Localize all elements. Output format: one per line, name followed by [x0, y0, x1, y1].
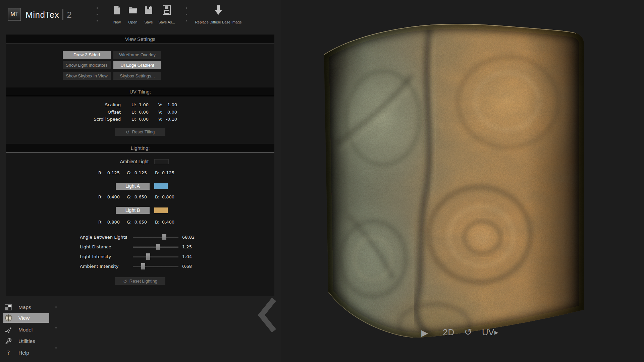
r-label: R:	[98, 220, 103, 225]
draw-2-sided-button[interactable]: Draw 2-Sided	[63, 51, 111, 59]
toolbar-separator-dot	[97, 14, 98, 15]
sidebar-item-utilities[interactable]: Utilities	[3, 336, 49, 346]
light-b-button[interactable]: Light B	[116, 207, 150, 214]
g-value[interactable]: 0.650	[133, 194, 147, 199]
uv-row-label: Offset	[46, 110, 121, 115]
show-light-indicators-button[interactable]: Show Light Indicators	[63, 61, 111, 69]
reset-tiling-button[interactable]: ↺ Reset Tiling	[115, 128, 165, 136]
save-icon	[145, 5, 153, 15]
view-settings-panel: View Settings Draw 2-Sided Wireframe Ove…	[6, 35, 274, 296]
utilities-icon	[5, 338, 12, 345]
maps-icon	[5, 304, 12, 310]
u-value[interactable]: 0.00	[134, 117, 149, 122]
r-value[interactable]: 0.800	[105, 220, 120, 225]
reset-rotation-button[interactable]: ↺	[464, 326, 472, 338]
model-icon	[5, 327, 12, 333]
g-value[interactable]: 0.650	[133, 220, 147, 225]
b-label: B:	[155, 194, 159, 199]
b-value[interactable]: 0.400	[161, 220, 174, 225]
light-intensity-slider[interactable]	[133, 256, 178, 257]
u-value[interactable]: 0.00	[134, 110, 149, 115]
wireframe-overlay-button[interactable]: Wireframe Overlay	[113, 51, 161, 59]
play-button[interactable]: ▶	[421, 328, 428, 338]
sidebar-item-maps[interactable]: Maps	[3, 302, 49, 312]
uv-scroll-speed-row: Scroll Speed U: 0.00 V: -0.10	[6, 117, 274, 122]
toolbar-separator-dot	[186, 14, 187, 15]
b-label: B:	[155, 220, 159, 225]
save-as-icon	[163, 5, 171, 15]
sidebar-item-model[interactable]: Model	[3, 325, 49, 335]
reset-lighting-label: Reset Lighting	[129, 279, 157, 284]
light-distance-slider[interactable]	[133, 246, 178, 248]
sidebar-item-help[interactable]: ? Help	[3, 348, 49, 358]
app-version: 2	[67, 10, 71, 20]
v-value[interactable]: -0.10	[160, 117, 177, 122]
g-label: G:	[127, 220, 131, 225]
sidebar-item-label: Maps	[18, 304, 31, 310]
sidebar-item-label: Utilities	[18, 338, 35, 344]
slider-label: Ambient Intensity	[80, 264, 118, 269]
sidebar-item-view[interactable]: View	[3, 313, 49, 323]
reset-icon: ↺	[126, 129, 130, 135]
b-label: B:	[155, 170, 159, 175]
g-value[interactable]: 0.125	[133, 170, 147, 175]
preview-3d-object[interactable]	[312, 13, 590, 349]
sidebar-item-label: Help	[18, 350, 29, 356]
b-value[interactable]: 0.125	[161, 170, 174, 175]
v-value[interactable]: 1.00	[160, 102, 177, 107]
slider-value: 1.04	[182, 254, 192, 259]
slider-value: 68.82	[182, 235, 195, 240]
reset-lighting-button[interactable]: ↺ Reset Lighting	[115, 277, 165, 285]
uv-offset-row: Offset U: 0.00 V: 0.00	[6, 110, 274, 115]
b-value[interactable]: 0.800	[161, 194, 174, 199]
light-a-rgb-row: R: 0.400 G: 0.650 B: 0.800	[6, 194, 274, 200]
show-skybox-button[interactable]: Show Skybox in View	[63, 72, 111, 80]
uv-mode-button[interactable]: UV	[482, 327, 494, 338]
save-as-button[interactable]: Save As...	[155, 5, 178, 24]
app-title: MindTex 2	[25, 8, 72, 21]
slider-label: Light Intensity	[80, 254, 111, 259]
app-window: MT MindTex 2 New Open Save Save As...	[0, 0, 644, 362]
ambient-light-label: Ambient Light	[73, 159, 149, 164]
r-value[interactable]: 0.125	[105, 170, 120, 175]
section-header-view-settings: View Settings	[6, 35, 274, 44]
ambient-light-swatch[interactable]	[154, 159, 169, 164]
replace-diffuse-button[interactable]: Replace Diffuse Base Image	[190, 5, 247, 24]
ambient-intensity-slider[interactable]	[133, 266, 178, 267]
collapse-panel-chevron-icon[interactable]	[257, 297, 280, 334]
uv-arrow-icon[interactable]: ▶	[494, 329, 498, 336]
toolbar-label: Save As...	[158, 20, 175, 24]
slider-handle[interactable]	[156, 244, 160, 250]
toolbar-label: New	[113, 20, 121, 24]
r-value[interactable]: 0.400	[105, 194, 120, 199]
replace-diffuse-icon	[214, 5, 223, 15]
slider-handle[interactable]	[146, 253, 150, 260]
slider-label: Light Distance	[80, 244, 111, 249]
globe-icon	[5, 314, 12, 321]
toolbar-separator-dot	[186, 7, 187, 9]
light-a-button[interactable]: Light A	[116, 183, 150, 190]
angle-between-lights-row: Angle Between Lights 68.82	[6, 235, 274, 240]
ui-edge-gradient-button[interactable]: UI Edge Gradient	[113, 61, 161, 69]
v-value[interactable]: 0.00	[160, 110, 177, 115]
toolbar-separator-dot	[97, 20, 98, 21]
skybox-settings-button[interactable]: Skybox Settings...	[113, 72, 161, 80]
light-b-rgb-row: R: 0.800 G: 0.650 B: 0.400	[6, 220, 274, 225]
slider-value: 0.68	[182, 264, 192, 269]
toolbar-separator-dot	[97, 7, 98, 9]
nav-separator-dot	[55, 327, 57, 328]
slider-label: Angle Between Lights	[80, 235, 127, 240]
slider-handle[interactable]	[141, 263, 145, 269]
u-value[interactable]: 1.00	[134, 102, 149, 107]
light-b-color-swatch[interactable]	[154, 207, 168, 213]
reset-tiling-label: Reset Tiling	[132, 129, 155, 134]
light-a-color-swatch[interactable]	[154, 183, 168, 189]
angle-between-lights-slider[interactable]	[133, 237, 178, 238]
logo-letter-t: T	[15, 11, 18, 17]
preview-viewport[interactable]: ▶ 2D ↺ UV ▶	[281, 0, 644, 362]
slider-handle[interactable]	[162, 234, 166, 240]
g-label: G:	[127, 170, 131, 175]
2d-mode-button[interactable]: 2D	[443, 327, 454, 338]
light-intensity-row: Light Intensity 1.04	[6, 254, 274, 259]
r-label: R:	[98, 170, 103, 175]
